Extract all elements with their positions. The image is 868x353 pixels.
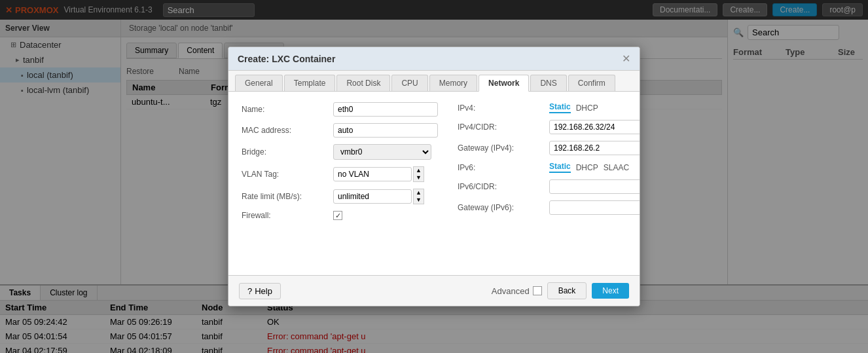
name-field-label: Name: bbox=[242, 105, 333, 114]
rate-down-icon[interactable]: ▼ bbox=[414, 196, 424, 204]
back-button[interactable]: Back bbox=[547, 282, 587, 299]
tab-template[interactable]: Template bbox=[284, 75, 336, 91]
form-row-ipv6: IPv6: Static DHCP SLAAC bbox=[458, 162, 640, 173]
ipv4cidr-input[interactable] bbox=[549, 120, 640, 134]
gateway-ipv6-label: Gateway (IPv6): bbox=[458, 203, 549, 212]
ipv6cidr-label: IPv6/CIDR: bbox=[458, 182, 549, 191]
ipv6cidr-input[interactable] bbox=[549, 179, 640, 194]
advanced-label: Advanced bbox=[492, 286, 530, 296]
ipv4-dhcp-option[interactable]: DHCP bbox=[576, 103, 598, 113]
form-row-ipv4cidr: IPv4/CIDR: bbox=[458, 120, 640, 134]
form-row-vlan: VLAN Tag: ▲ ▼ bbox=[242, 166, 438, 182]
firewall-field-label: Firewall: bbox=[242, 211, 333, 220]
form-left: Name: MAC address: Bridge: vmbr0 bbox=[242, 102, 438, 227]
vlan-spinner[interactable]: ▲ ▼ bbox=[413, 166, 424, 182]
rate-spinner[interactable]: ▲ ▼ bbox=[413, 189, 424, 204]
name-field-input[interactable] bbox=[333, 102, 438, 117]
footer-right: Advanced Back Next bbox=[492, 282, 629, 299]
form-row-mac: MAC address: bbox=[242, 123, 438, 138]
modal-close-button[interactable]: ✕ bbox=[622, 52, 630, 65]
bridge-field-label: Bridge: bbox=[242, 147, 333, 157]
vlan-field-input[interactable] bbox=[333, 167, 412, 181]
firewall-checkbox[interactable]: ✓ bbox=[333, 211, 342, 220]
help-label: Help bbox=[255, 286, 272, 296]
rate-up-icon[interactable]: ▲ bbox=[414, 189, 424, 196]
tab-memory[interactable]: Memory bbox=[429, 75, 477, 91]
form-right: IPv4: Static DHCP IPv4/CIDR: Gateway (IP… bbox=[458, 102, 640, 227]
ipv4-static-option[interactable]: Static bbox=[549, 102, 571, 113]
gateway-ipv6-input[interactable] bbox=[549, 200, 640, 215]
modal-create-lxc: Create: LXC Container ✕ General Template… bbox=[228, 46, 640, 307]
footer-left: ? Help bbox=[239, 283, 281, 299]
modal-tabs: General Template Root Disk CPU Memory Ne… bbox=[228, 71, 640, 92]
rate-input-wrap: ▲ ▼ bbox=[333, 189, 424, 204]
tab-confirm[interactable]: Confirm bbox=[568, 75, 615, 91]
help-button[interactable]: ? Help bbox=[239, 283, 281, 299]
bridge-select-wrap: vmbr0 bbox=[333, 144, 431, 160]
mac-field-label: MAC address: bbox=[242, 126, 333, 135]
form-row-rate: Rate limit (MB/s): ▲ ▼ bbox=[242, 189, 438, 204]
advanced-wrap: Advanced bbox=[492, 286, 542, 296]
ipv6-options-wrap: Static DHCP SLAAC bbox=[549, 162, 629, 173]
modal-footer: ? Help Advanced Back Next bbox=[228, 275, 640, 306]
help-icon: ? bbox=[247, 286, 252, 296]
vlan-down-icon[interactable]: ▼ bbox=[414, 174, 424, 181]
ipv6-static-option[interactable]: Static bbox=[549, 162, 571, 173]
ipv6-slaac-option[interactable]: SLAAC bbox=[604, 163, 629, 172]
firewall-checkbox-wrap: ✓ bbox=[333, 211, 342, 220]
rate-field-input[interactable] bbox=[333, 189, 412, 204]
form-row-gateway-ipv4: Gateway (IPv4): bbox=[458, 141, 640, 155]
next-button[interactable]: Next bbox=[592, 283, 629, 299]
ipv4cidr-label: IPv4/CIDR: bbox=[458, 122, 549, 132]
tab-general[interactable]: General bbox=[235, 75, 283, 91]
gateway-ipv4-label: Gateway (IPv4): bbox=[458, 143, 549, 153]
rate-field-label: Rate limit (MB/s): bbox=[242, 192, 333, 201]
vlan-input-wrap: ▲ ▼ bbox=[333, 166, 424, 182]
tab-dns[interactable]: DNS bbox=[530, 75, 566, 91]
form-row-name: Name: bbox=[242, 102, 438, 117]
modal-header: Create: LXC Container ✕ bbox=[228, 47, 640, 71]
tab-network[interactable]: Network bbox=[479, 75, 529, 92]
form-row-ipv4: IPv4: Static DHCP bbox=[458, 102, 640, 113]
ipv4-options-wrap: Static DHCP bbox=[549, 102, 598, 113]
form-row-ipv6cidr: IPv6/CIDR: bbox=[458, 179, 640, 194]
modal-overlay: Create: LXC Container ✕ General Template… bbox=[0, 0, 868, 353]
form-row-gateway-ipv6: Gateway (IPv6): bbox=[458, 200, 640, 215]
modal-body-network: Name: MAC address: Bridge: vmbr0 bbox=[228, 92, 640, 275]
modal-title: Create: LXC Container bbox=[238, 54, 335, 64]
tab-root-disk[interactable]: Root Disk bbox=[336, 75, 390, 91]
form-row-firewall: Firewall: ✓ bbox=[242, 211, 438, 220]
gateway-ipv4-input[interactable] bbox=[549, 141, 640, 155]
ipv6-dhcp-option[interactable]: DHCP bbox=[576, 163, 598, 172]
mac-field-input[interactable] bbox=[333, 123, 438, 138]
bridge-select[interactable]: vmbr0 bbox=[333, 144, 431, 160]
vlan-field-label: VLAN Tag: bbox=[242, 170, 333, 179]
form-row-bridge: Bridge: vmbr0 bbox=[242, 144, 438, 160]
network-form: Name: MAC address: Bridge: vmbr0 bbox=[242, 102, 626, 227]
advanced-checkbox[interactable] bbox=[533, 286, 542, 295]
ipv6-field-label: IPv6: bbox=[458, 163, 549, 172]
vlan-up-icon[interactable]: ▲ bbox=[414, 167, 424, 174]
ipv4-field-label: IPv4: bbox=[458, 103, 549, 113]
tab-cpu[interactable]: CPU bbox=[391, 75, 427, 91]
